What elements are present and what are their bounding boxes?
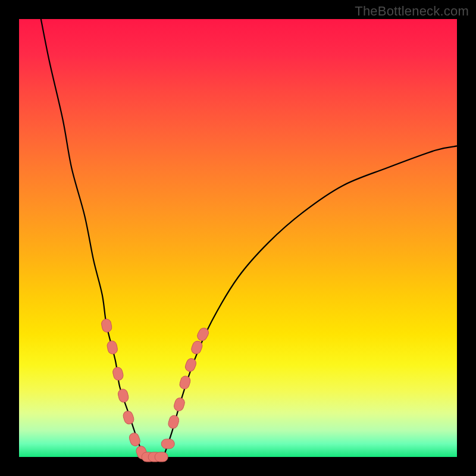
curve-right-branch <box>164 146 457 457</box>
marker-group <box>101 318 210 462</box>
marker <box>112 367 124 381</box>
marker <box>107 340 118 355</box>
svg-rect-0 <box>101 318 112 333</box>
svg-rect-9 <box>155 452 168 462</box>
marker <box>184 357 198 372</box>
marker <box>122 410 135 425</box>
plot-area <box>19 19 457 457</box>
svg-rect-2 <box>112 367 124 381</box>
attribution-text: TheBottleneck.com <box>355 4 469 19</box>
svg-rect-10 <box>161 439 174 449</box>
curve-layer <box>19 19 457 457</box>
svg-rect-3 <box>117 388 130 403</box>
chart-frame: TheBottleneck.com <box>0 0 476 476</box>
curve-left-branch <box>41 19 144 457</box>
svg-rect-13 <box>178 375 192 390</box>
svg-rect-11 <box>167 414 180 430</box>
marker <box>117 388 130 403</box>
svg-rect-12 <box>173 397 186 412</box>
marker <box>173 397 186 412</box>
marker <box>161 439 174 449</box>
marker <box>167 414 180 430</box>
svg-rect-14 <box>184 357 198 372</box>
marker <box>155 452 168 462</box>
svg-rect-4 <box>122 410 135 425</box>
svg-rect-1 <box>107 340 118 355</box>
marker <box>101 318 112 333</box>
marker <box>178 375 192 390</box>
